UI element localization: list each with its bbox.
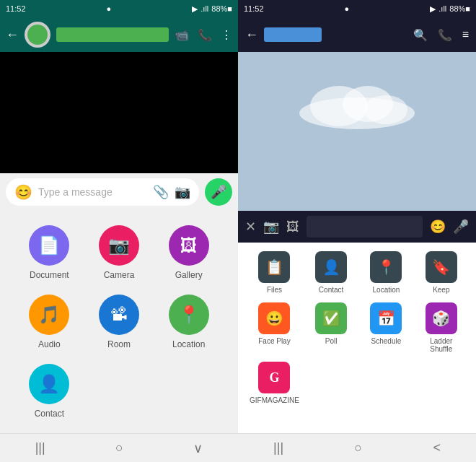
keep-label: Keep [433,286,449,294]
message-toolbar-right: ✕ 📷 🖼 😊 🎤 [238,211,476,243]
video-call-icon[interactable]: 📹 [175,28,189,42]
schedule-label: Schedule [371,337,402,345]
gallery-label: Gallery [175,270,203,280]
attach-item-contact-right[interactable]: 👤 Contact [315,251,347,294]
attach-item-audio[interactable]: 🎵 Audio [29,295,69,349]
room-label: Room [107,339,131,349]
search-icon-right[interactable]: 🔍 [413,28,428,42]
camera-icon-input[interactable]: 📷 [175,184,190,200]
faceplay-label: Face Play [258,337,290,345]
gallery-icon: 🖼 [180,235,198,256]
audio-icon: 🎵 [38,305,60,325]
status-bar-left: 11:52 ● ▶ .ıll 88%■ [0,0,238,17]
close-icon-toolbar[interactable]: ✕ [245,219,256,235]
header-icons-left: 📹 📞 ⋮ [175,28,232,42]
audio-label: Audio [38,339,61,349]
camera-icon-toolbar[interactable]: 📷 [263,219,279,235]
room-icon-circle: 📽 [99,295,139,335]
attach-item-faceplay[interactable]: 😀 Face Play [258,302,290,353]
attach-item-gallery[interactable]: 🖼 Gallery [169,225,209,280]
attach-item-poll[interactable]: ✅ Poll [315,302,347,353]
schedule-icon-circle: 📅 [370,302,402,334]
attachment-grid-right: 📋 Files 👤 Contact 📍 Location 🔖 Keep [238,243,476,413]
back-button-left[interactable]: ← [6,27,19,43]
location-label-right: Location [373,286,400,294]
message-placeholder: Type a message [38,186,147,198]
room-icon: 📽 [110,305,128,325]
network-icons-left: ▶ .ıll 88%■ [192,4,232,14]
gifmagazine-icon: G [269,370,279,385]
camera-label: Camera [104,270,135,280]
nav-back-right[interactable]: < [433,440,441,456]
message-input-right[interactable] [307,216,423,237]
nav-bar-left: ||| ○ ∨ [0,433,238,462]
contact-icon-right: 👤 [322,258,340,276]
avatar-left[interactable] [25,22,50,48]
location-icon-left: 📍 [178,305,200,325]
gifmagazine-label: GIFMAGAZINE [250,396,299,404]
poll-label: Poll [325,337,338,345]
back-button-right[interactable]: ← [245,27,258,43]
audio-icon-circle: 🎵 [29,295,69,335]
image-icon-toolbar[interactable]: 🖼 [286,219,299,235]
right-panel: 11:52 ● ▶ .ıll 88%■ ← 🔍 📞 ≡ ✕ 📷 🖼 😊 [238,0,476,462]
avatar-inner [27,25,48,45]
nav-home-left[interactable]: ○ [115,440,123,456]
attach-item-laddershuffle[interactable]: 🎲 Ladder Shuffle [418,302,464,353]
time-left: 11:52 [6,4,26,13]
voice-call-icon-right[interactable]: 📞 [438,28,452,42]
attach-item-camera[interactable]: 📷 Camera [99,225,139,280]
location-icon-circle-left: 📍 [169,295,209,335]
document-icon: 📄 [38,235,60,256]
laddershuffle-icon-circle: 🎲 [426,302,457,334]
attach-item-schedule[interactable]: 📅 Schedule [370,302,402,353]
contact-name-left[interactable] [56,27,169,42]
location-icon-circle-right: 📍 [370,251,402,283]
voice-call-icon[interactable]: 📞 [198,28,212,42]
nav-menu-left[interactable]: ||| [35,440,45,456]
attach-item-keep[interactable]: 🔖 Keep [426,251,457,294]
nav-back-left[interactable]: ∨ [193,440,203,456]
attach-item-room[interactable]: 📽 Room [99,295,139,349]
schedule-icon: 📅 [377,310,395,327]
attach-item-gifmagazine[interactable]: G GIFMAGAZINE [250,362,299,404]
files-icon-circle: 📋 [258,251,290,283]
nav-menu-right[interactable]: ||| [273,440,283,456]
more-options-icon-right[interactable]: ≡ [462,28,469,42]
emoji-icon-toolbar[interactable]: 😊 [430,219,446,235]
keep-icon: 🔖 [432,258,450,276]
laddershuffle-label: Ladder Shuffle [418,337,464,353]
attach-item-location-right[interactable]: 📍 Location [370,251,402,294]
mic-button[interactable]: 🎤 [205,178,232,206]
header-icons-right: 🔍 📞 ≡ [413,28,469,42]
nav-bar-right: ||| ○ < [238,433,476,462]
attachment-icon[interactable]: 📎 [153,184,169,200]
faceplay-icon-circle: 😀 [258,302,290,334]
files-icon: 📋 [265,258,283,276]
camera-icon-circle: 📷 [99,225,139,266]
laddershuffle-icon: 🎲 [432,310,450,327]
contact-name-right[interactable] [264,27,322,42]
chat-header-left: ← 📹 📞 ⋮ [0,17,238,52]
spacer-right [238,413,476,433]
emoji-icon[interactable]: 😊 [14,183,32,201]
attach-item-contact-left[interactable]: 👤 Contact [29,364,69,419]
contact-icon-left: 👤 [38,374,60,394]
mic-icon: 🎤 [211,184,226,200]
attach-item-location-left[interactable]: 📍 Location [169,295,209,349]
mic-icon-toolbar[interactable]: 🎤 [453,219,469,235]
document-icon-circle: 📄 [29,225,69,266]
network-icons-right: ▶ .ıll 88%■ [430,4,470,14]
gifmagazine-icon-circle: G [258,362,290,393]
contact-label-left: Contact [35,409,64,419]
attach-item-document[interactable]: 📄 Document [29,225,69,280]
input-box[interactable]: 😊 Type a message 📎 📷 [6,178,199,206]
chat-image-area [238,52,476,211]
more-options-icon[interactable]: ⋮ [221,28,232,42]
document-label: Document [30,270,69,280]
nav-home-right[interactable]: ○ [354,440,362,456]
poll-icon-circle: ✅ [315,302,347,334]
attach-item-files[interactable]: 📋 Files [258,251,290,294]
poll-icon: ✅ [322,310,340,327]
keep-icon-circle: 🔖 [426,251,457,283]
